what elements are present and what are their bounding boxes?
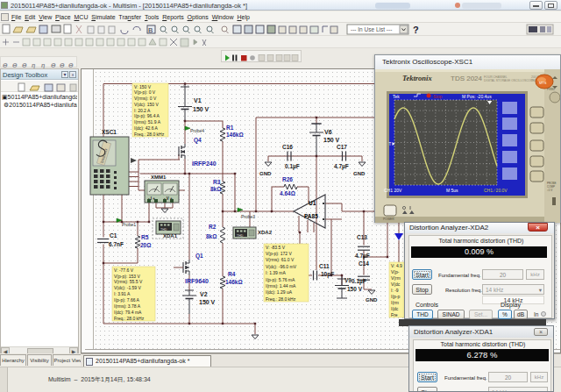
svg-text:Ɵ: Ɵ [3,62,8,68]
svg-text:4.64Ω: 4.64Ω [280,190,295,196]
svg-text:V2: V2 [200,291,208,297]
svg-text:150 V: 150 V [347,286,363,292]
svg-text:Ɵ: Ɵ [12,62,18,68]
svg-text:Freq.: 28.0 kHz: Freq.: 28.0 kHz [266,296,296,302]
svg-text:M 5us: M 5us [446,188,458,193]
svg-text:V(rms): 61.0 V: V(rms): 61.0 V [266,257,295,262]
svg-text:V(dc): -1.59 V: V(dc): -1.59 V [114,285,142,290]
svg-text:TDS 2024: TDS 2024 [451,75,483,82]
svg-text:Freq.: 28.0 kHz: Freq.: 28.0 kHz [114,316,145,321]
svg-text:V6: V6 [324,129,332,135]
svg-text:I(rms): 51.9 A: I(rms): 51.9 A [134,119,161,125]
svg-text:V(p-p): 172 V: V(p-p): 172 V [266,251,292,256]
svg-text:M Pos: -20.4us: M Pos: -20.4us [462,94,492,99]
svg-text:6.7nF: 6.7nF [109,241,124,247]
svg-text:R26: R26 [282,176,293,182]
svg-text:0.1µF: 0.1µF [352,278,366,285]
svg-text:THD: THD [160,228,167,232]
svg-text:IRF9640: IRF9640 [185,278,209,284]
svg-text:I(dc): 79.4 mA: I(dc): 79.4 mA [114,310,142,315]
svg-text:V: 4.9: V: 4.9 [391,263,402,268]
svg-text:Fre: Fre [391,312,398,317]
svg-text:I(p-p): 96.4 A: I(p-p): 96.4 A [134,113,160,118]
svg-text:I(dc: I(dc [391,306,399,311]
svg-text:C14: C14 [359,260,369,267]
svg-text:10pF: 10pF [321,271,334,278]
svg-text:I(rm: I(rm [391,300,399,305]
svg-text:146kΩ: 146kΩ [226,132,244,138]
svg-text:POWER: POWER [383,217,394,221]
svg-text:I(p-p): 5.76 mA: I(p-p): 5.76 mA [266,277,295,282]
svg-text:I(rms): 3.78 A: I(rms): 3.78 A [114,303,141,309]
svg-text:IRFP240: IRFP240 [192,160,217,167]
svg-text:PRINT: PRINT [547,88,556,91]
svg-text:U1: U1 [309,200,316,206]
svg-text:CH1 ∕ 20.0V: CH1 ∕ 20.0V [484,188,508,193]
svg-text:GND: GND [353,171,366,176]
svg-text:V: -77.6 V: V: -77.6 V [114,267,134,273]
svg-text:C11: C11 [319,263,330,269]
svg-text:T: T [389,142,392,146]
svg-text:I: 20.2 A: I: 20.2 A [134,108,151,113]
svg-text:DIGITAL STORAGE OSCILLOSCOPE: DIGITAL STORAGE OSCILLOSCOPE [484,79,536,82]
svg-text:C17: C17 [337,144,347,150]
svg-text:I(rms): 1.44 mA: I(rms): 1.44 mA [266,283,296,289]
svg-text:V(dc): 150 V: V(dc): 150 V [134,102,159,107]
svg-text:Tektronix: Tektronix [402,74,432,82]
svg-text:4.7µF: 4.7µF [334,163,349,170]
svg-text:Ɵ: Ɵ [22,62,27,68]
svg-text:GND: GND [366,297,378,303]
svg-text:THD: THD [237,234,244,238]
svg-text:8kΩ: 8kΩ [206,233,217,239]
svg-text:CH1 20V: CH1 20V [384,188,402,193]
svg-text:R2: R2 [209,224,217,230]
svg-text:C13: C13 [357,234,367,240]
svg-text:B: B [148,26,153,34]
svg-text:V(dc: V(dc [391,282,401,287]
svg-text:0.1µF: 0.1µF [285,163,300,170]
svg-text:R1: R1 [226,125,234,131]
svg-text:Q1: Q1 [195,253,203,260]
svg-text:XDA2: XDA2 [258,230,273,235]
svg-text:C16: C16 [282,144,293,150]
svg-text:V(dc): -96.0 mV: V(dc): -96.0 mV [266,264,297,269]
svg-text:Q4: Q4 [194,137,202,144]
svg-text:Ɵ: Ɵ [68,62,74,68]
svg-text:I: 3.91 A: I: 3.91 A [114,291,131,296]
svg-text:XDA1: XDA1 [163,233,178,239]
svg-text:MTS: MTS [539,81,547,85]
svg-text:I(dc): 1.29 uA: I(dc): 1.29 uA [266,289,293,295]
svg-text:Probe4: Probe4 [190,128,204,133]
svg-text:Stop: Stop [433,94,443,99]
svg-text:GND: GND [259,171,272,176]
svg-text:Ɵ: Ɵ [51,62,56,68]
svg-text:I(p-p: I(p-p [391,294,401,299]
svg-text:I: -9: I: -9 [391,288,399,293]
svg-text:I(p-p): 7.66 A: I(p-p): 7.66 A [114,297,140,303]
svg-text:I: 1.39 mA: I: 1.39 mA [266,270,286,275]
svg-text:150 V: 150 V [193,106,209,112]
svg-text:146kΩ: 146kΩ [225,279,243,285]
svg-text:XMM1: XMM1 [151,175,167,180]
svg-text:?: ? [413,25,419,35]
svg-text:V(p-p): 153 V: V(p-p): 153 V [114,274,140,279]
svg-text:--- In Use List ---: --- In Use List --- [351,26,392,32]
svg-text:PA85: PA85 [304,213,318,219]
svg-text:Ɵ: Ɵ [60,62,65,68]
svg-text:R3: R3 [213,179,221,185]
svg-text:Probe1: Probe1 [122,222,136,227]
svg-text:V(rms): 55.5 V: V(rms): 55.5 V [114,279,143,284]
svg-text:Probe3: Probe3 [241,214,255,219]
svg-text:150 V: 150 V [199,299,216,305]
svg-text:V(p-p): 0 V: V(p-p): 0 V [134,89,156,95]
svg-text:4.7µF: 4.7µF [355,253,370,260]
svg-text:XSC1: XSC1 [102,129,117,135]
svg-text:R5: R5 [141,234,149,240]
svg-text:V: 150 V: V: 150 V [134,84,152,89]
svg-text:C1: C1 [110,232,117,239]
svg-text:Freq.: 28.0 kHz: Freq.: 28.0 kHz [134,132,165,137]
svg-text:R4: R4 [228,271,236,277]
svg-text:Tek: Tek [393,94,400,99]
svg-text:≈5 V: ≈5 V [547,189,552,192]
svg-text:V(rms): 0 V: V(rms): 0 V [134,96,157,101]
